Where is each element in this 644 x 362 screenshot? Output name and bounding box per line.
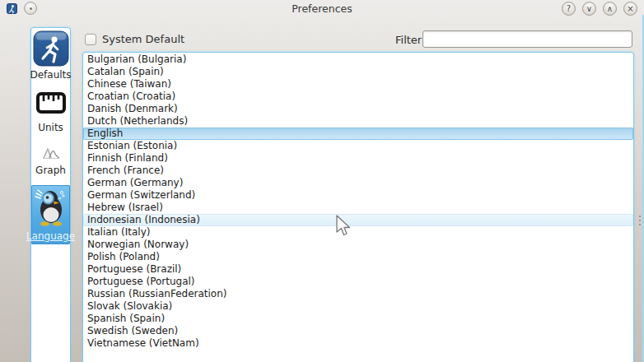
help-button[interactable]: ?: [562, 2, 576, 16]
language-icon: [35, 188, 68, 229]
sidebar-item-language[interactable]: Language: [31, 185, 70, 244]
shade-up-button[interactable]: ∧: [603, 2, 617, 16]
language-list: Bulgarian (Bulgaria)Catalan (Spain)Chine…: [82, 52, 634, 362]
language-list-item[interactable]: Russian (RussianFederation): [83, 288, 633, 300]
language-list-item[interactable]: Danish (Denmark): [83, 103, 633, 115]
defaults-icon: [33, 30, 69, 69]
language-list-item[interactable]: Estonian (Estonia): [83, 140, 633, 152]
preferences-window: Preferences ?∨∧× Defaults Units Graph: [0, 0, 644, 362]
language-list-item[interactable]: Croatian (Croatia): [83, 90, 633, 103]
language-list-item[interactable]: French (France): [83, 165, 633, 177]
close-icon: ×: [627, 4, 633, 12]
window-title: Preferences: [0, 2, 644, 15]
sidebar-item-label: Language: [26, 230, 75, 242]
language-list-item[interactable]: Catalan (Spain): [83, 66, 633, 78]
resize-grip[interactable]: [639, 216, 641, 217]
language-list-item[interactable]: Hebrew (Israel): [83, 202, 633, 214]
units-icon: [35, 90, 67, 118]
titlebar: Preferences ?∨∧×: [0, 0, 644, 17]
language-list-item[interactable]: Spanish (Spain): [83, 313, 633, 325]
filter-label: Filter: [395, 34, 422, 46]
language-list-item[interactable]: German (Switzerland): [83, 189, 633, 202]
shade-down-button[interactable]: ∨: [582, 2, 596, 16]
language-list-item[interactable]: Italian (Italy): [83, 226, 633, 239]
language-list-item[interactable]: German (Germany): [83, 177, 633, 189]
system-default-checkbox[interactable]: [85, 34, 96, 45]
language-list-item[interactable]: Swedish (Sweden): [83, 325, 633, 337]
help-icon: ?: [567, 4, 571, 12]
language-list-item[interactable]: Portuguese (Portugal): [83, 276, 633, 288]
language-list-item[interactable]: Finnish (Finland): [83, 152, 633, 165]
language-list-item[interactable]: Bulgarian (Bulgaria): [83, 53, 633, 66]
language-list-item[interactable]: Slovak (Slovakia): [83, 300, 633, 313]
language-list-item[interactable]: Norwegian (Norway): [83, 239, 633, 251]
language-list-item[interactable]: Indonesian (Indonesia): [83, 214, 633, 226]
language-list-item[interactable]: Polish (Poland): [83, 251, 633, 263]
shade-up-icon: ∧: [607, 4, 613, 12]
sidebar-item-label: Graph: [35, 165, 66, 176]
sidebar-item-label: Units: [38, 122, 63, 133]
graph-icon: [42, 146, 60, 162]
sidebar-item-defaults[interactable]: Defaults: [31, 30, 70, 81]
sidebar-nav: Defaults Units Graph Language: [30, 27, 71, 362]
language-list-item[interactable]: English: [83, 128, 633, 140]
shade-down-icon: ∨: [586, 4, 592, 12]
system-default-label[interactable]: System Default: [102, 33, 184, 45]
close-button[interactable]: ×: [623, 2, 637, 16]
sidebar-item-units[interactable]: Units: [31, 90, 70, 133]
language-list-item[interactable]: Chinese (Taiwan): [83, 78, 633, 90]
sidebar-item-label: Defaults: [30, 69, 71, 81]
sidebar-item-graph[interactable]: Graph: [31, 146, 70, 176]
filter-input[interactable]: [422, 30, 632, 48]
language-list-item[interactable]: Vietnamese (VietNam): [83, 337, 633, 350]
language-list-item[interactable]: Dutch (Netherlands): [83, 115, 633, 128]
titlebar-buttons: ?∨∧×: [562, 2, 637, 16]
language-list-item[interactable]: Portuguese (Brazil): [83, 263, 633, 276]
